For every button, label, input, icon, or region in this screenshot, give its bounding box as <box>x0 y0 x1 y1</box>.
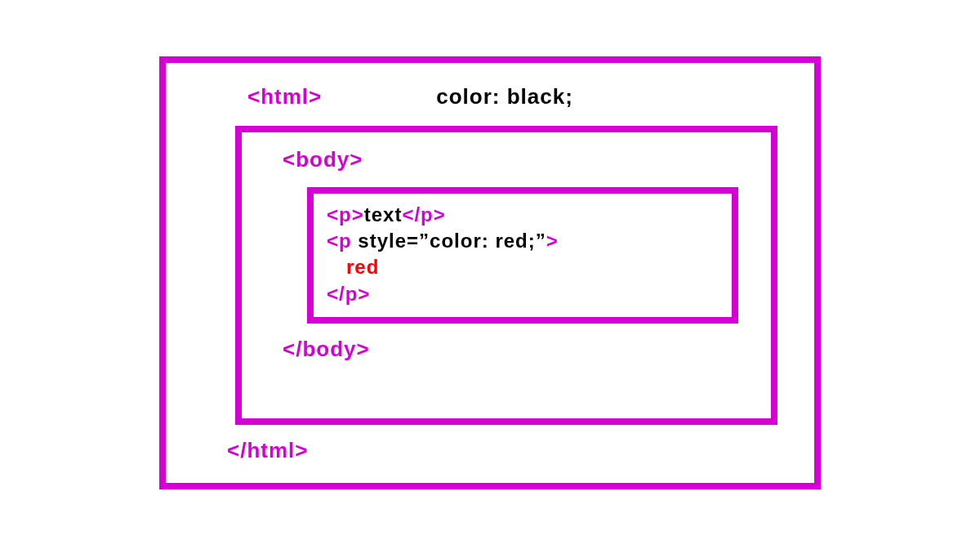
html-element-box: <html> color: black; <body> <p>text</p> … <box>159 56 821 489</box>
p-close-tag-styled: </p> <box>327 283 370 305</box>
paragraph-line-4: </p> <box>327 281 719 307</box>
p-open-tag: <p> <box>327 203 364 226</box>
paragraph-box: <p>text</p> <p style=”color: red;”> red … <box>307 187 738 324</box>
css-rule-text: color: black; <box>436 84 573 109</box>
paragraph-line-2: <p style=”color: red;”> <box>327 228 719 254</box>
style-attribute: style=”color: red;” <box>352 230 546 252</box>
red-text-content: red <box>346 256 379 278</box>
paragraph-line-1: <p>text</p> <box>327 202 719 228</box>
html-close-tag: </html> <box>198 425 782 467</box>
body-open-tag: <body> <box>266 144 746 187</box>
paragraph-line-3: red <box>327 254 719 280</box>
p-open-tag-styled: <p <box>327 230 352 252</box>
p-close-tag: </p> <box>402 203 445 226</box>
outer-box-header: <html> color: black; <box>198 78 782 126</box>
paragraph-text: text <box>364 203 403 226</box>
html-open-tag: <html> <box>247 84 322 109</box>
body-close-tag: </body> <box>266 324 746 362</box>
tag-close-bracket: > <box>546 230 559 252</box>
body-element-box: <body> <p>text</p> <p style=”color: red;… <box>235 126 777 425</box>
